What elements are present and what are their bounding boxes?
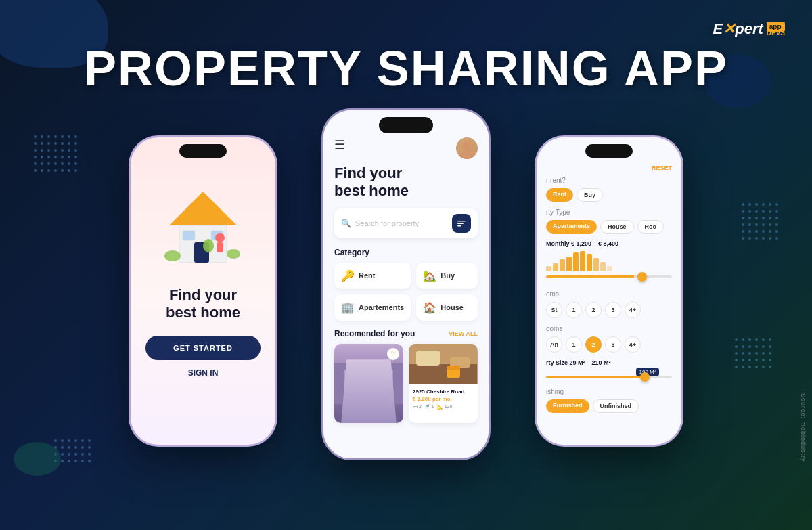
size-range-thumb[interactable]	[640, 372, 650, 382]
apartments-chip[interactable]: Apartaments	[546, 220, 597, 234]
category-apartments[interactable]: 🏢 Apartements	[334, 294, 411, 321]
svg-rect-24	[352, 391, 359, 397]
category-buy[interactable]: 🏡 Buy	[416, 263, 478, 289]
furnishing-label: ishing	[546, 388, 672, 395]
price-range-slider[interactable]	[546, 275, 672, 278]
right-phone-content: RESET r rent? Rent Buy rty Type Apartame…	[537, 137, 681, 445]
phone-right: RESET r rent? Rent Buy rty Type Apartame…	[535, 135, 683, 447]
svg-point-9	[203, 239, 214, 252]
svg-marker-1	[169, 192, 237, 225]
category-buy-label: Buy	[441, 271, 455, 280]
menu-icon[interactable]: ☰	[334, 137, 345, 152]
svg-rect-18	[352, 373, 359, 378]
property-address-2: 2925 Cheshire Road	[413, 389, 474, 395]
room-chip[interactable]: Roo	[637, 220, 664, 234]
search-placeholder-text: Search for property	[355, 219, 448, 227]
filter-property-type: rty Type Apartaments House Roo	[546, 208, 672, 234]
dots-right-bottom	[735, 338, 771, 368]
get-started-button[interactable]: GET STARTED	[145, 336, 261, 360]
recommended-header: Recomended for you VIEW ALL	[334, 329, 478, 338]
apartment-icon: 🏢	[341, 301, 355, 314]
center-header: ☰	[334, 137, 478, 159]
house-illustration	[156, 178, 250, 273]
view-all-button[interactable]: VIEW ALL	[449, 330, 478, 337]
svg-rect-25	[363, 391, 370, 397]
bathroom-2[interactable]: 2	[585, 336, 602, 353]
svg-rect-21	[352, 382, 359, 387]
center-phone-content: ☰ Find your best home 🔍 Search for prope…	[323, 110, 489, 458]
property-card-1[interactable]: ♡ 140 Leroy Lane, Stockholm € 1,200 per …	[334, 344, 403, 423]
svg-rect-19	[363, 373, 370, 378]
source-text: Source: mobindustry	[800, 393, 807, 462]
bathroom-4plus[interactable]: 4+	[625, 336, 641, 353]
favorite-icon-1[interactable]: ♡	[387, 348, 399, 360]
svg-rect-8	[217, 242, 223, 252]
house-icon: 🏠	[423, 301, 436, 314]
size-range-slider[interactable]	[546, 376, 672, 378]
search-bar[interactable]: 🔍 Search for property	[334, 208, 478, 238]
dots-right-top	[742, 203, 778, 240]
bedrooms-label: oms	[546, 290, 672, 298]
property-meta-2: 🛏 2 🚿 1 📐 120	[413, 404, 474, 410]
house-chip[interactable]: House	[600, 220, 634, 234]
furnish-options: Furnished Unfinished	[546, 399, 672, 413]
filter-bedrooms: oms St 1 2 3 4+	[546, 290, 672, 318]
svg-point-5	[164, 250, 181, 261]
search-icon: 🔍	[341, 219, 351, 228]
phone-left: Find your best home GET STARTED SIGN IN	[129, 135, 277, 447]
bedroom-options: St 1 2 3 4+	[546, 302, 672, 318]
avatar	[456, 137, 478, 159]
reset-button[interactable]: RESET	[652, 164, 672, 171]
bathrooms-label: ooms	[546, 325, 672, 332]
rent-chip[interactable]: Rent	[546, 188, 573, 202]
category-house[interactable]: 🏠 House	[416, 294, 478, 321]
center-phone-title: Find your best home	[334, 164, 478, 200]
property-card-2[interactable]: 2925 Cheshire Road € 1,200 per mo 🛏 2 🚿 …	[409, 344, 478, 423]
filter-size: rty Size 29 M² – 210 M² 190 M²	[546, 359, 672, 378]
category-rent[interactable]: 🔑 Rent	[334, 263, 411, 289]
bedroom-4plus[interactable]: 4+	[625, 302, 641, 318]
main-title-text: PROPERTY SHARING APP	[84, 41, 728, 96]
svg-rect-17	[348, 366, 389, 404]
range-thumb[interactable]	[637, 272, 647, 282]
logo-devs-text: DEVS	[767, 29, 785, 37]
svg-point-11	[459, 151, 475, 159]
svg-rect-12	[457, 221, 466, 222]
bathroom-any[interactable]: An	[546, 336, 562, 353]
recommended-label: Recomended for you	[334, 329, 415, 338]
category-rent-label: Rent	[359, 271, 375, 280]
bedroom-1[interactable]: 1	[566, 302, 582, 318]
dots-left	[34, 135, 77, 172]
bedroom-studio[interactable]: St	[546, 302, 562, 318]
svg-rect-20	[375, 373, 382, 378]
svg-point-7	[215, 233, 225, 242]
for-rent-label: r rent?	[546, 177, 672, 184]
rent-icon: 🔑	[341, 269, 355, 282]
left-phone-title: Find your best home	[166, 286, 240, 322]
phone-center-notch	[379, 117, 433, 133]
category-grid: 🔑 Rent 🏡 Buy 🏢 Apartements 🏠 House	[334, 263, 478, 321]
category-label: Category	[334, 248, 478, 257]
buy-icon: 🏡	[423, 269, 436, 282]
svg-point-10	[462, 141, 472, 151]
furnished-chip[interactable]: Furnished	[546, 399, 589, 413]
property-price-2: € 1,200 per mo	[413, 396, 474, 402]
property-cards: ♡ 140 Leroy Lane, Stockholm € 1,200 per …	[334, 344, 478, 423]
logo-expert-text: E✕pert	[713, 20, 763, 38]
bedroom-3[interactable]: 3	[605, 302, 621, 318]
bathroom-1[interactable]: 1	[566, 336, 582, 353]
property-image-1: ♡	[334, 344, 403, 423]
phone-left-notch	[179, 144, 227, 158]
sign-in-link[interactable]: SIGN IN	[188, 368, 219, 378]
bedroom-2[interactable]: 2	[585, 302, 602, 318]
svg-rect-15	[334, 363, 403, 404]
svg-rect-13	[457, 223, 464, 224]
unfurnished-chip[interactable]: Unfinished	[593, 399, 639, 413]
main-title-area: PROPERTY SHARING APP	[84, 41, 728, 96]
buy-chip[interactable]: Buy	[577, 188, 603, 202]
phone-center: ☰ Find your best home 🔍 Search for prope…	[321, 108, 491, 460]
right-header: RESET	[546, 164, 672, 171]
filter-button[interactable]	[452, 214, 471, 233]
filter-rent-type: r rent? Rent Buy	[546, 177, 672, 202]
bathroom-3[interactable]: 3	[605, 336, 621, 353]
